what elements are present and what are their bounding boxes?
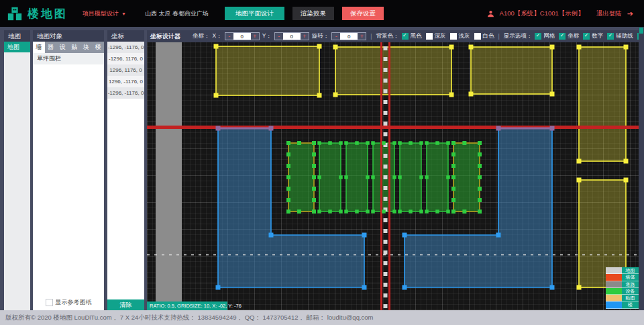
- green-equipment-rect[interactable]: [427, 143, 448, 212]
- green-vertex-handle[interactable]: [382, 210, 386, 214]
- background-color-checkbox[interactable]: [474, 33, 481, 40]
- green-vertex-handle[interactable]: [409, 210, 413, 214]
- x-plus-button[interactable]: +: [251, 33, 259, 40]
- green-vertex-handle[interactable]: [312, 187, 316, 191]
- object-tab-1[interactable]: 墙: [33, 42, 45, 53]
- blue-vertex-handle[interactable]: [362, 285, 367, 290]
- green-vertex-handle[interactable]: [425, 141, 429, 145]
- green-vertex-handle[interactable]: [451, 198, 455, 202]
- green-vertex-handle[interactable]: [446, 210, 450, 214]
- green-vertex-handle[interactable]: [366, 141, 370, 145]
- yellow-zone-rect[interactable]: [335, 47, 451, 95]
- display-option-checkbox[interactable]: [607, 33, 614, 40]
- blue-vertex-handle[interactable]: [402, 285, 407, 290]
- yellow-vertex-handle[interactable]: [624, 159, 629, 164]
- green-vertex-handle[interactable]: [451, 141, 455, 145]
- green-vertex-handle[interactable]: [478, 210, 482, 214]
- rotate-input[interactable]: [340, 33, 358, 40]
- green-vertex-handle[interactable]: [478, 141, 482, 145]
- purple-vertex-handle[interactable]: [269, 126, 274, 131]
- green-vertex-handle[interactable]: [451, 175, 455, 179]
- green-vertex-handle[interactable]: [312, 210, 316, 214]
- purple-vertex-handle[interactable]: [216, 126, 221, 131]
- green-vertex-handle[interactable]: [339, 141, 343, 145]
- green-vertex-handle[interactable]: [478, 187, 482, 191]
- green-vertex-handle[interactable]: [451, 210, 455, 214]
- green-vertex-handle[interactable]: [398, 141, 402, 145]
- display-option-option[interactable]: 网格: [535, 32, 555, 40]
- project-model-menu[interactable]: 项目模型设计 ▼: [83, 9, 126, 18]
- yellow-vertex-handle[interactable]: [214, 44, 219, 49]
- yellow-vertex-handle[interactable]: [550, 45, 555, 50]
- object-tab-4[interactable]: 贴: [68, 42, 80, 53]
- green-vertex-handle[interactable]: [478, 198, 482, 202]
- green-vertex-handle[interactable]: [312, 141, 316, 145]
- green-vertex-handle[interactable]: [419, 210, 423, 214]
- green-vertex-handle[interactable]: [462, 141, 466, 145]
- yellow-vertex-handle[interactable]: [317, 44, 322, 49]
- green-equipment-rect[interactable]: [346, 143, 368, 212]
- green-vertex-handle[interactable]: [317, 141, 321, 145]
- scrollbar-track[interactable]: [639, 27, 644, 310]
- purple-vertex-handle[interactable]: [496, 126, 501, 131]
- display-option-checkbox[interactable]: [535, 33, 541, 40]
- object-tab-6[interactable]: 楼: [92, 42, 104, 53]
- rotate-minus-button[interactable]: -: [332, 33, 340, 40]
- background-color-option[interactable]: 浅灰: [450, 32, 470, 40]
- green-vertex-handle[interactable]: [462, 210, 466, 214]
- blue-vertex-handle[interactable]: [496, 233, 501, 238]
- display-option-option[interactable]: 坐标: [559, 32, 579, 40]
- logout-link[interactable]: 退出登陆: [596, 9, 622, 18]
- green-vertex-handle[interactable]: [425, 210, 429, 214]
- object-tab-2[interactable]: 器: [45, 42, 57, 53]
- green-equipment-rect[interactable]: [400, 143, 421, 212]
- yellow-vertex-handle[interactable]: [577, 285, 582, 290]
- x-minus-button[interactable]: -: [225, 33, 233, 40]
- clear-button[interactable]: 清除: [107, 299, 144, 310]
- show-reference-checkbox[interactable]: [46, 299, 53, 306]
- green-vertex-handle[interactable]: [344, 175, 348, 179]
- background-color-option[interactable]: 深灰: [426, 32, 446, 40]
- background-color-checkbox[interactable]: [450, 33, 457, 40]
- green-vertex-handle[interactable]: [355, 141, 359, 145]
- green-vertex-handle[interactable]: [286, 152, 290, 156]
- blue-vertex-handle[interactable]: [216, 285, 221, 290]
- green-vertex-handle[interactable]: [451, 152, 455, 156]
- sidebar-item-map[interactable]: 地图: [4, 42, 30, 52]
- yellow-vertex-handle[interactable]: [624, 178, 629, 183]
- green-vertex-handle[interactable]: [286, 187, 290, 191]
- yellow-zone-rect[interactable]: [579, 47, 626, 161]
- road-strip[interactable]: [156, 42, 182, 310]
- scrollbar-thumb[interactable]: [639, 28, 643, 34]
- green-vertex-handle[interactable]: [355, 210, 359, 214]
- green-vertex-handle[interactable]: [312, 152, 316, 156]
- green-vertex-handle[interactable]: [312, 175, 316, 179]
- rotate-plus-button[interactable]: +: [358, 33, 366, 40]
- green-vertex-handle[interactable]: [366, 210, 370, 214]
- yellow-vertex-handle[interactable]: [577, 45, 582, 50]
- object-list-item[interactable]: 草坪围栏: [33, 53, 104, 64]
- green-vertex-handle[interactable]: [317, 175, 321, 179]
- y-input[interactable]: [283, 33, 301, 40]
- tab-map-plane-design[interactable]: 地图平面设计: [225, 7, 284, 20]
- green-vertex-handle[interactable]: [371, 175, 375, 179]
- green-vertex-handle[interactable]: [446, 175, 450, 179]
- blue-vertex-handle[interactable]: [550, 285, 555, 290]
- green-vertex-handle[interactable]: [478, 175, 482, 179]
- yellow-vertex-handle[interactable]: [577, 178, 582, 183]
- purple-vertex-handle[interactable]: [550, 126, 555, 131]
- green-vertex-handle[interactable]: [312, 198, 316, 202]
- green-vertex-handle[interactable]: [409, 141, 413, 145]
- yellow-vertex-handle[interactable]: [214, 93, 219, 98]
- tab-render-effect[interactable]: 渲染效果: [292, 7, 334, 20]
- green-vertex-handle[interactable]: [451, 164, 455, 168]
- exit-icon[interactable]: ➔: [627, 9, 633, 18]
- green-vertex-handle[interactable]: [435, 210, 439, 214]
- green-vertex-handle[interactable]: [286, 198, 290, 202]
- background-color-checkbox[interactable]: [402, 33, 409, 40]
- green-vertex-handle[interactable]: [339, 210, 343, 214]
- green-vertex-handle[interactable]: [392, 141, 396, 145]
- background-color-checkbox[interactable]: [426, 33, 433, 40]
- green-vertex-handle[interactable]: [478, 164, 482, 168]
- green-vertex-handle[interactable]: [344, 210, 348, 214]
